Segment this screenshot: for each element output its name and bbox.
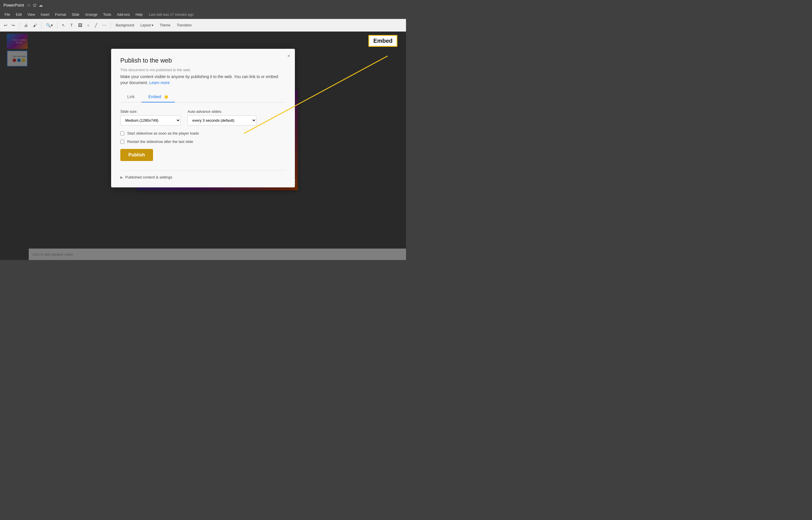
toolbar-divider-2: [41, 22, 42, 29]
modal-close-button[interactable]: ×: [287, 53, 290, 58]
publish-modal: Publish to the web × This document is no…: [111, 49, 295, 187]
menu-help[interactable]: Help: [133, 11, 145, 18]
embed-label: Embed: [369, 35, 397, 47]
menu-slide[interactable]: Slide: [70, 11, 82, 18]
toolbar-divider-3: [57, 22, 57, 29]
textbox-button[interactable]: T: [69, 22, 75, 29]
cursor-button[interactable]: ↖: [60, 22, 67, 29]
toolbar-undo-group: ↩ ↪: [2, 22, 17, 29]
main-area: 1 TITLE LOREMIPSUM 2 Title Lorem Ipsum: [0, 31, 406, 260]
undo-button[interactable]: ↩: [2, 22, 9, 29]
checkbox-slideshow-start[interactable]: [120, 131, 124, 135]
title-bar-icons: ☆ ⊡ ☁: [27, 3, 43, 7]
redo-button[interactable]: ↪: [10, 22, 17, 29]
menu-file[interactable]: File: [2, 11, 12, 18]
modal-tabs: Link Embed: [120, 92, 286, 102]
background-button[interactable]: Background: [113, 22, 136, 28]
transition-button[interactable]: Transition: [174, 22, 194, 28]
published-content-label: Published content & settings: [125, 175, 172, 179]
save-icon[interactable]: ⊡: [33, 3, 36, 7]
tab-link[interactable]: Link: [120, 92, 142, 102]
checkbox-2-label[interactable]: Restart the slideshow after the last sli…: [127, 139, 193, 144]
menu-format[interactable]: Format: [53, 11, 68, 18]
last-edit-text: Last edit was 17 minutes ago: [149, 12, 194, 17]
modal-divider: [120, 170, 286, 171]
modal-desc: Make your content visible to anyone by p…: [120, 74, 286, 86]
shapes-button[interactable]: ○: [85, 22, 91, 29]
menu-addons[interactable]: Add-ons: [115, 11, 132, 18]
menu-bar: File Edit View Insert Format Slide Arran…: [0, 10, 406, 19]
menu-edit[interactable]: Edit: [14, 11, 24, 18]
checkbox-slideshow-restart[interactable]: [120, 140, 124, 144]
layout-chevron: ▾: [152, 23, 153, 27]
image-button[interactable]: 🖼: [76, 22, 84, 29]
title-bar: PowerPoint ☆ ⊡ ☁: [0, 0, 406, 10]
tab-embed[interactable]: Embed: [142, 92, 175, 102]
modal-title: Publish to the web: [120, 57, 286, 64]
auto-advance-group: Auto-advance slides: every 1 second ever…: [187, 109, 256, 125]
toolbar-divider-1: [19, 22, 20, 29]
app-title: PowerPoint: [3, 3, 24, 7]
menu-tools[interactable]: Tools: [101, 11, 113, 18]
modal-backdrop[interactable]: Publish to the web × This document is no…: [0, 31, 406, 260]
publish-button[interactable]: Publish: [120, 149, 153, 161]
form-row: Slide size: Small (640x374) Medium (1280…: [120, 109, 286, 125]
zoom-button[interactable]: 🔍▾: [44, 22, 55, 29]
auto-advance-select[interactable]: every 1 second every 2 seconds every 3 s…: [187, 115, 256, 125]
toolbar: ↩ ↪ 🖨 🖌 🔍▾ ↖ T 🖼 ○ ╱ ⋯ Background Layout…: [0, 19, 406, 31]
slide-size-group: Slide size: Small (640x374) Medium (1280…: [120, 109, 181, 125]
paint-format-button[interactable]: 🖌: [31, 22, 39, 29]
star-icon[interactable]: ☆: [27, 3, 31, 7]
print-button[interactable]: 🖨: [22, 22, 30, 29]
published-content-row[interactable]: ▶ Published content & settings: [120, 175, 286, 179]
checkbox-1-row: Start slideshow as soon as the player lo…: [120, 131, 286, 135]
cloud-icon[interactable]: ☁: [39, 3, 43, 7]
layout-button[interactable]: Layout ▾: [138, 22, 156, 28]
menu-arrange[interactable]: Arrange: [83, 11, 100, 18]
theme-button[interactable]: Theme: [157, 22, 173, 28]
slide-size-label: Slide size:: [120, 109, 181, 114]
toolbar-divider-4: [110, 22, 111, 29]
tab-dot: [164, 95, 168, 99]
menu-view[interactable]: View: [25, 11, 37, 18]
slide-size-select[interactable]: Small (640x374) Medium (1280x749) Large …: [120, 115, 181, 125]
more-button[interactable]: ⋯: [101, 22, 108, 29]
checkbox-1-label[interactable]: Start slideshow as soon as the player lo…: [127, 131, 199, 135]
checkbox-2-row: Restart the slideshow after the last sli…: [120, 139, 286, 144]
menu-insert[interactable]: Insert: [39, 11, 52, 18]
auto-advance-label: Auto-advance slides:: [187, 109, 256, 114]
learn-more-link[interactable]: Learn more: [149, 80, 170, 85]
modal-subtitle: This document is not published to the we…: [120, 68, 286, 72]
published-arrow-icon: ▶: [120, 175, 123, 179]
line-button[interactable]: ╱: [93, 22, 99, 29]
